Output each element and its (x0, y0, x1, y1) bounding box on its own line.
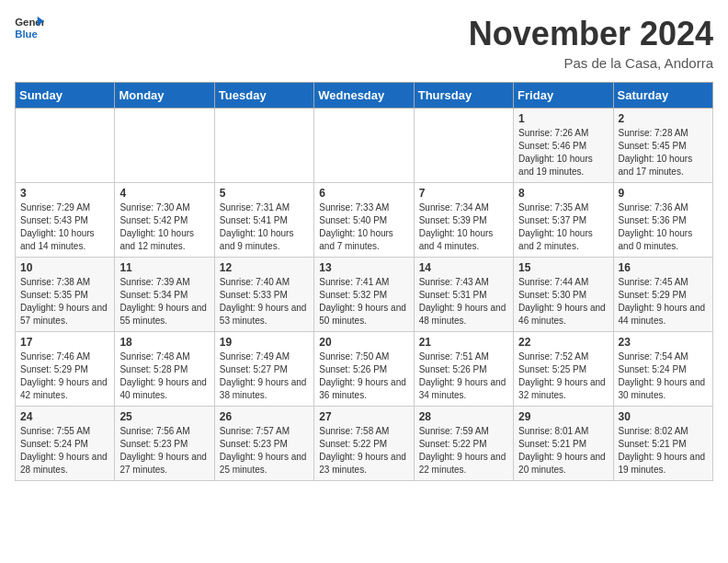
day-number: 7 (419, 187, 508, 200)
calendar-day-cell: 8Sunrise: 7:35 AM Sunset: 5:37 PM Daylig… (514, 183, 613, 258)
day-number: 25 (119, 410, 209, 423)
day-info: Sunrise: 8:02 AM Sunset: 5:21 PM Dayligh… (619, 425, 708, 477)
day-info: Sunrise: 7:35 AM Sunset: 5:37 PM Dayligh… (518, 201, 608, 253)
day-info: Sunrise: 7:55 AM Sunset: 5:24 PM Dayligh… (20, 425, 109, 477)
calendar-day-cell: 26Sunrise: 7:57 AM Sunset: 5:23 PM Dayli… (214, 407, 313, 481)
calendar-day-cell: 10Sunrise: 7:38 AM Sunset: 5:35 PM Dayli… (16, 258, 115, 332)
weekday-header-row: SundayMondayTuesdayWednesdayThursdayFrid… (16, 83, 713, 109)
calendar-day-cell: 18Sunrise: 7:48 AM Sunset: 5:28 PM Dayli… (115, 332, 214, 407)
calendar-day-cell: 22Sunrise: 7:52 AM Sunset: 5:25 PM Dayli… (514, 332, 613, 407)
day-number: 20 (319, 336, 408, 349)
calendar-day-cell: 7Sunrise: 7:34 AM Sunset: 5:39 PM Daylig… (414, 183, 513, 258)
day-info: Sunrise: 7:44 AM Sunset: 5:30 PM Dayligh… (518, 276, 608, 327)
day-info: Sunrise: 7:54 AM Sunset: 5:24 PM Dayligh… (619, 350, 708, 402)
calendar-day-cell: 17Sunrise: 7:46 AM Sunset: 5:29 PM Dayli… (16, 332, 115, 407)
day-info: Sunrise: 8:01 AM Sunset: 5:21 PM Dayligh… (518, 425, 608, 477)
day-number: 17 (20, 336, 109, 349)
calendar-day-cell: 27Sunrise: 7:58 AM Sunset: 5:22 PM Dayli… (314, 407, 414, 481)
empty-cell (414, 109, 513, 183)
day-number: 28 (419, 410, 508, 423)
day-number: 5 (220, 187, 309, 200)
calendar-week-row: 24Sunrise: 7:55 AM Sunset: 5:24 PM Dayli… (16, 407, 713, 481)
weekday-header-monday: Monday (115, 83, 214, 109)
logo-icon: General Blue (15, 15, 44, 40)
calendar-day-cell: 23Sunrise: 7:54 AM Sunset: 5:24 PM Dayli… (613, 332, 712, 407)
day-number: 4 (119, 187, 209, 200)
day-info: Sunrise: 7:34 AM Sunset: 5:39 PM Dayligh… (419, 201, 508, 253)
calendar-day-cell: 15Sunrise: 7:44 AM Sunset: 5:30 PM Dayli… (514, 258, 613, 332)
day-number: 14 (419, 261, 508, 274)
day-number: 2 (619, 112, 708, 125)
calendar-day-cell: 13Sunrise: 7:41 AM Sunset: 5:32 PM Dayli… (314, 258, 414, 332)
empty-cell (314, 109, 414, 183)
day-number: 24 (20, 410, 109, 423)
weekday-header-sunday: Sunday (16, 83, 115, 109)
day-info: Sunrise: 7:49 AM Sunset: 5:27 PM Dayligh… (220, 350, 309, 402)
calendar-week-row: 3Sunrise: 7:29 AM Sunset: 5:43 PM Daylig… (16, 183, 713, 258)
calendar-day-cell: 1Sunrise: 7:26 AM Sunset: 5:46 PM Daylig… (514, 109, 613, 183)
day-info: Sunrise: 7:58 AM Sunset: 5:22 PM Dayligh… (319, 425, 408, 477)
day-number: 6 (319, 187, 408, 200)
weekday-header-friday: Friday (514, 83, 613, 109)
day-info: Sunrise: 7:43 AM Sunset: 5:31 PM Dayligh… (419, 276, 508, 327)
day-info: Sunrise: 7:31 AM Sunset: 5:41 PM Dayligh… (220, 201, 309, 253)
calendar-week-row: 17Sunrise: 7:46 AM Sunset: 5:29 PM Dayli… (16, 332, 713, 407)
calendar-day-cell: 11Sunrise: 7:39 AM Sunset: 5:34 PM Dayli… (115, 258, 214, 332)
day-info: Sunrise: 7:39 AM Sunset: 5:34 PM Dayligh… (119, 276, 209, 327)
calendar-day-cell: 28Sunrise: 7:59 AM Sunset: 5:22 PM Dayli… (414, 407, 513, 481)
day-info: Sunrise: 7:38 AM Sunset: 5:35 PM Dayligh… (20, 276, 109, 327)
day-number: 29 (518, 410, 608, 423)
day-info: Sunrise: 7:46 AM Sunset: 5:29 PM Dayligh… (20, 350, 109, 402)
title-area: November 2024 Pas de la Casa, Andorra (469, 15, 713, 71)
calendar-day-cell: 29Sunrise: 8:01 AM Sunset: 5:21 PM Dayli… (514, 407, 613, 481)
empty-cell (214, 109, 313, 183)
day-number: 1 (518, 112, 608, 125)
calendar-body: 1Sunrise: 7:26 AM Sunset: 5:46 PM Daylig… (16, 109, 713, 481)
day-info: Sunrise: 7:41 AM Sunset: 5:32 PM Dayligh… (319, 276, 408, 327)
day-info: Sunrise: 7:26 AM Sunset: 5:46 PM Dayligh… (518, 127, 608, 178)
calendar-day-cell: 9Sunrise: 7:36 AM Sunset: 5:36 PM Daylig… (613, 183, 712, 258)
day-info: Sunrise: 7:48 AM Sunset: 5:28 PM Dayligh… (119, 350, 209, 402)
day-number: 23 (619, 336, 708, 349)
weekday-header-saturday: Saturday (613, 83, 712, 109)
calendar-day-cell: 25Sunrise: 7:56 AM Sunset: 5:23 PM Dayli… (115, 407, 214, 481)
calendar-day-cell: 16Sunrise: 7:45 AM Sunset: 5:29 PM Dayli… (613, 258, 712, 332)
day-number: 8 (518, 187, 608, 200)
day-number: 27 (319, 410, 408, 423)
day-info: Sunrise: 7:40 AM Sunset: 5:33 PM Dayligh… (220, 276, 309, 327)
day-info: Sunrise: 7:36 AM Sunset: 5:36 PM Dayligh… (619, 201, 708, 253)
weekday-header-thursday: Thursday (414, 83, 513, 109)
day-number: 21 (419, 336, 508, 349)
calendar-day-cell: 6Sunrise: 7:33 AM Sunset: 5:40 PM Daylig… (314, 183, 414, 258)
day-number: 16 (619, 261, 708, 274)
calendar-week-row: 1Sunrise: 7:26 AM Sunset: 5:46 PM Daylig… (16, 109, 713, 183)
subtitle: Pas de la Casa, Andorra (469, 55, 713, 71)
day-number: 12 (220, 261, 309, 274)
calendar-day-cell: 12Sunrise: 7:40 AM Sunset: 5:33 PM Dayli… (214, 258, 313, 332)
day-number: 9 (619, 187, 708, 200)
day-number: 19 (220, 336, 309, 349)
day-info: Sunrise: 7:59 AM Sunset: 5:22 PM Dayligh… (419, 425, 508, 477)
day-info: Sunrise: 7:45 AM Sunset: 5:29 PM Dayligh… (619, 276, 708, 327)
calendar-day-cell: 4Sunrise: 7:30 AM Sunset: 5:42 PM Daylig… (115, 183, 214, 258)
calendar-day-cell: 14Sunrise: 7:43 AM Sunset: 5:31 PM Dayli… (414, 258, 513, 332)
day-info: Sunrise: 7:51 AM Sunset: 5:26 PM Dayligh… (419, 350, 508, 402)
day-info: Sunrise: 7:56 AM Sunset: 5:23 PM Dayligh… (119, 425, 209, 477)
day-info: Sunrise: 7:29 AM Sunset: 5:43 PM Dayligh… (20, 201, 109, 253)
logo: General Blue General (15, 15, 46, 40)
calendar-day-cell: 19Sunrise: 7:49 AM Sunset: 5:27 PM Dayli… (214, 332, 313, 407)
day-number: 18 (119, 336, 209, 349)
calendar-table: SundayMondayTuesdayWednesdayThursdayFrid… (15, 82, 713, 481)
day-info: Sunrise: 7:28 AM Sunset: 5:45 PM Dayligh… (619, 127, 708, 178)
calendar-day-cell: 5Sunrise: 7:31 AM Sunset: 5:41 PM Daylig… (214, 183, 313, 258)
empty-cell (16, 109, 115, 183)
weekday-header-wednesday: Wednesday (314, 83, 414, 109)
calendar-day-cell: 3Sunrise: 7:29 AM Sunset: 5:43 PM Daylig… (16, 183, 115, 258)
calendar-day-cell: 30Sunrise: 8:02 AM Sunset: 5:21 PM Dayli… (613, 407, 712, 481)
weekday-header-tuesday: Tuesday (214, 83, 313, 109)
day-number: 26 (220, 410, 309, 423)
day-number: 13 (319, 261, 408, 274)
day-info: Sunrise: 7:50 AM Sunset: 5:26 PM Dayligh… (319, 350, 408, 402)
day-info: Sunrise: 7:30 AM Sunset: 5:42 PM Dayligh… (119, 201, 209, 253)
calendar-week-row: 10Sunrise: 7:38 AM Sunset: 5:35 PM Dayli… (16, 258, 713, 332)
